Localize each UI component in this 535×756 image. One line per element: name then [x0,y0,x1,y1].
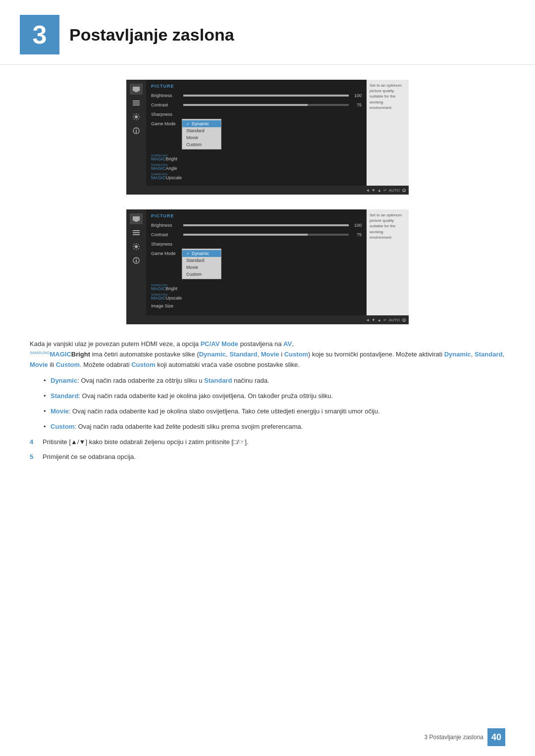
svg-rect-12 [133,232,140,233]
sidebar-settings-icon [130,111,143,122]
monitor-info-2: Set to an optimum picture quality suitab… [367,209,409,315]
monitor-bottom-2: ◄ ▼ ▲ ↵ AUTO ⏻ [126,315,409,324]
monitor-info-1: Set to an optimum picture quality suitab… [367,80,409,186]
brightness-label-1: Brightness [151,93,183,98]
magic-bright-inline: MAGICBright [50,351,90,358]
intro-paragraph: Kada je vanjski ulaz je povezan putem HD… [30,339,505,370]
contrast-row-1: Contrast 75 [151,101,362,109]
av-highlight: AV [283,340,292,348]
bottom-down-btn-1: ▼ [372,188,375,193]
monitor-panel-1: PICTURE Brightness 100 Contrast [146,80,367,186]
movie-bullet: Movie: Ovaj način rada odaberite kad je … [45,406,505,417]
svg-rect-4 [133,104,140,105]
movie-text: : Ovaj način rada odaberite kad je okoli… [69,407,380,415]
standard-bullet: Standard: Ovaj način rada odaberite kad … [45,391,505,402]
sidebar-settings-icon-2 [130,241,143,252]
bottom-up-btn-2: ▲ [377,318,381,322]
bottom-power-btn-1: ⏻ [402,188,406,193]
bottom-enter-btn-2: ↵ [383,318,387,322]
panel-title-2: PICTURE [151,213,362,218]
game-mode-label-1: Game Mode [151,121,183,126]
movie-inline2: Movie [30,361,48,368]
bottom-left-btn-2: ◄ [366,318,370,322]
page-header: 3 Postavljanje zaslona [0,0,535,65]
sidebar-lines-icon [130,98,143,108]
monitor-panel-2: PICTURE Brightness 100 Contrast [146,209,367,315]
svg-rect-9 [133,216,140,221]
magic-angle-row-1: SAMSUNG MAGICAngle [151,163,362,171]
bottom-down-btn-2: ▼ [372,318,375,322]
contrast-value-2: 75 [352,232,362,237]
svg-point-14 [135,245,138,248]
panel-title-1: PICTURE [151,84,362,89]
dynamic-inline: Dynamic [199,351,226,358]
svg-rect-11 [133,230,140,231]
step-4: 4 Pritisnite [▲/▼] kako biste odabrali ž… [30,437,505,448]
bottom-enter-btn-1: ↵ [383,188,387,193]
svg-rect-1 [135,91,138,92]
page-title: Postavljanje zaslona [69,25,234,45]
custom-bullet: Custom: Ovaj način rada odaberite kad že… [45,422,505,432]
contrast-bar-2 [183,234,349,236]
monitor-screenshot-2: PICTURE Brightness 100 Contrast [126,209,409,324]
standard-ref: Standard [204,377,232,384]
svg-point-5 [135,115,138,118]
bottom-auto-btn-1: AUTO [389,188,400,193]
dropdown-item-dynamic-1: ✓ Dynamic [182,120,221,127]
standard-label: Standard [51,392,78,400]
sidebar-lines-icon-2 [130,227,143,238]
step-4-text: Pritisnite [▲/▼] kako biste odabrali žel… [43,437,249,448]
game-mode-row-2: Game Mode ✓ Dynamic Standard Movie Custo… [151,250,362,257]
monitor-screenshot-1: PICTURE Brightness 100 Contrast [126,80,409,195]
custom-inline: Custom [284,351,308,358]
magic-bright-label-1: SAMSUNG MAGICBright [151,154,177,161]
svg-rect-3 [133,102,140,103]
brightness-label-2: Brightness [151,223,183,228]
brightness-value-1: 100 [352,93,362,98]
brightness-row-1: Brightness 100 [151,92,362,100]
dropdown-item-standard-1: Standard [182,127,221,134]
mode-list: Dynamic: Ovaj način rada odaberite za oš… [45,376,505,432]
custom-inline3: Custom [131,361,155,368]
svg-rect-2 [133,101,140,101]
dropdown-item-custom-2: Custom [182,271,221,278]
page-footer: 3 Postavljanje zaslona 40 [425,728,505,746]
dynamic-text: : Ovaj način rada odaberite za oštriju s… [77,377,269,384]
dropdown-item-custom-1: Custom [182,141,221,148]
bottom-auto-btn-2: AUTO [389,318,400,322]
brightness-bar-1 [183,95,349,97]
monitors-container: PICTURE Brightness 100 Contrast [30,80,505,324]
sharpness-row-1: Sharpness [151,110,362,118]
sharpness-label-1: Sharpness [151,112,183,117]
standard-text: : Ovaj način rada odaberite kad je okoli… [78,392,333,400]
contrast-label-2: Contrast [151,232,183,237]
chapter-badge: 3 [20,15,59,54]
dynamic-label: Dynamic [51,377,77,384]
bottom-power-btn-2: ⏻ [402,318,406,322]
contrast-label-1: Contrast [151,102,183,107]
svg-rect-0 [133,87,140,91]
sidebar-info-icon [130,125,143,136]
magic-bright-row-2: SAMSUNG MAGICBright [151,283,362,291]
contrast-value-1: 75 [352,102,362,107]
sidebar-tv-icon [130,84,143,95]
sharpness-row-2: Sharpness [151,240,362,248]
sidebar-tv-icon-2 [130,213,143,224]
footer-page-number: 40 [487,728,505,746]
step-5: 5 Primijenit će se odabrana opcija. [30,452,505,462]
info-text-1: Set to an optimum picture quality suitab… [370,83,402,110]
page-content: PICTURE Brightness 100 Contrast [0,80,535,462]
magic-bright-label-2: SAMSUNG MAGICBright [151,284,177,291]
movie-inline: Movie [261,351,279,358]
dropdown-item-movie-2: Movie [182,264,221,271]
svg-rect-13 [133,234,140,235]
custom-label: Custom [51,423,74,430]
standard-inline2: Standard [475,351,502,358]
dropdown-2: ✓ Dynamic Standard Movie Custom [182,249,221,279]
bottom-left-btn-1: ◄ [366,188,370,193]
monitor-sidebar-2 [126,209,146,315]
dynamic-inline2: Dynamic [444,351,471,358]
svg-rect-16 [136,260,137,262]
monitor-sidebar-1 [126,80,146,186]
svg-point-17 [136,258,137,259]
